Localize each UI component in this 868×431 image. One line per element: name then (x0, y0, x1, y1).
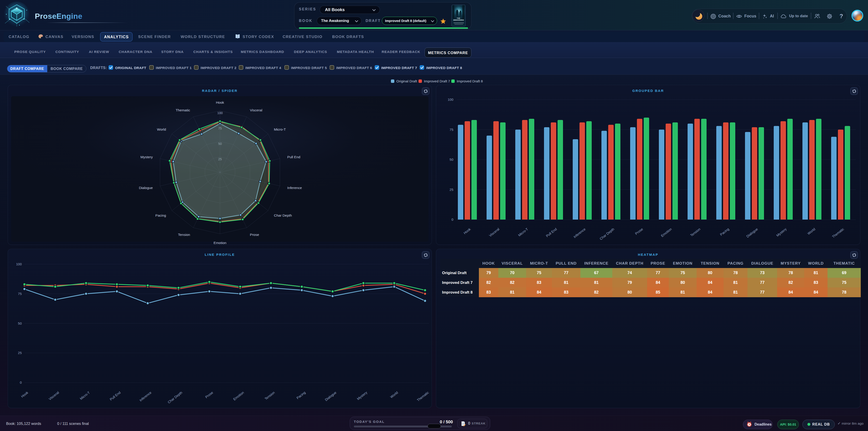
svg-text:World: World (807, 227, 816, 235)
svg-text:Micro-T: Micro-T (517, 227, 529, 237)
svg-text:Pull End: Pull End (109, 391, 121, 401)
svg-text:Inference: Inference (138, 391, 152, 402)
svg-text:Micro-T: Micro-T (274, 127, 286, 131)
svg-text:Hook: Hook (216, 100, 224, 104)
svg-text:Pacing: Pacing (296, 391, 306, 400)
svg-text:25: 25 (450, 188, 453, 192)
svg-text:100: 100 (448, 97, 453, 102)
svg-text:Emotion: Emotion (660, 227, 673, 238)
svg-text:0: 0 (452, 218, 453, 221)
svg-text:Pacing: Pacing (719, 227, 730, 236)
svg-text:Hook: Hook (20, 391, 29, 398)
svg-text:75: 75 (18, 292, 22, 296)
svg-text:World: World (389, 391, 399, 399)
svg-text:Inference: Inference (573, 227, 586, 239)
svg-text:Thematic: Thematic (416, 391, 430, 402)
svg-text:100: 100 (217, 111, 223, 115)
svg-text:50: 50 (450, 157, 453, 162)
svg-text:Visceral: Visceral (488, 227, 500, 237)
svg-text:Mystery: Mystery (356, 391, 368, 401)
svg-text:Dialogue: Dialogue (746, 227, 758, 238)
svg-text:Pull End: Pull End (545, 227, 557, 238)
svg-text:Emotion: Emotion (214, 241, 226, 245)
svg-text:Thematic: Thematic (176, 108, 190, 112)
svg-text:50: 50 (18, 321, 22, 325)
svg-text:World: World (157, 127, 166, 131)
svg-text:Dialogue: Dialogue (139, 186, 153, 190)
svg-text:Dialogue: Dialogue (324, 391, 337, 402)
svg-text:Char Depth: Char Depth (167, 391, 183, 404)
svg-text:75: 75 (450, 128, 453, 132)
svg-text:Inference: Inference (287, 186, 302, 190)
svg-text:0: 0 (20, 380, 22, 384)
svg-text:Pull End: Pull End (287, 155, 300, 159)
svg-text:Visceral: Visceral (48, 391, 60, 401)
svg-text:Emotion: Emotion (232, 391, 245, 401)
svg-text:Hook: Hook (463, 227, 471, 235)
svg-text:Prose: Prose (634, 227, 644, 236)
svg-text:Char Depth: Char Depth (274, 213, 292, 217)
svg-text:Tension: Tension (264, 391, 275, 401)
svg-text:Thematic: Thematic (831, 227, 845, 239)
svg-text:Visceral: Visceral (250, 108, 262, 112)
svg-text:Tension: Tension (690, 227, 701, 237)
svg-text:100: 100 (16, 262, 22, 266)
svg-text:Prose: Prose (205, 391, 214, 399)
svg-text:Tension: Tension (178, 233, 190, 236)
svg-text:Mystery: Mystery (141, 155, 153, 159)
svg-text:Pacing: Pacing (155, 213, 166, 217)
svg-text:Micro-T: Micro-T (79, 391, 91, 401)
svg-text:25: 25 (18, 351, 22, 355)
svg-text:Mystery: Mystery (776, 227, 787, 237)
svg-text:Char Depth: Char Depth (599, 227, 615, 241)
svg-text:Prose: Prose (250, 233, 259, 236)
